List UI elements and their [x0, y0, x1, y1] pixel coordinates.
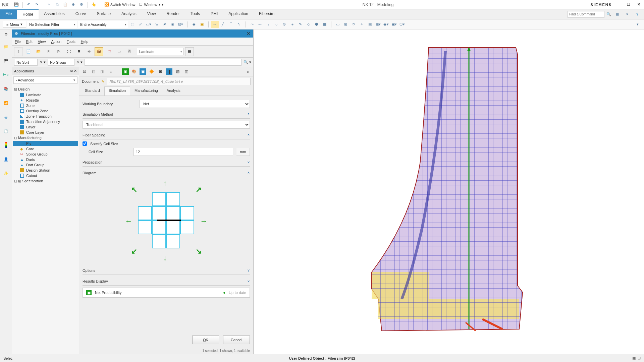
tb-icon[interactable]: ⎘	[44, 47, 53, 56]
working-boundary-select[interactable]: Net	[140, 100, 250, 108]
layout-icon[interactable]: ▦	[614, 11, 621, 18]
3d-viewport[interactable]	[254, 29, 644, 354]
tool-icon[interactable]: ◆	[190, 21, 198, 28]
tab-manufacturing[interactable]: Manufacturing	[130, 86, 162, 96]
tree-item-designstn[interactable]: Design Station	[13, 168, 78, 173]
nav-icon[interactable]: 👤	[2, 155, 10, 163]
ribbon-tab-curve[interactable]: Curve	[70, 9, 92, 19]
sort-combo[interactable]: No Sort	[14, 59, 38, 66]
edit-icon[interactable]: ✎ ▾	[76, 60, 83, 64]
curve-icon[interactable]: ∿	[235, 21, 243, 28]
ribbon-tab-application[interactable]: Application	[223, 9, 254, 19]
open-icon[interactable]: 📂	[34, 47, 43, 56]
tool-icon[interactable]: ↘	[153, 21, 160, 28]
tool-icon[interactable]: ▭	[334, 21, 341, 28]
tb-icon[interactable]: ▦	[185, 47, 194, 56]
menu-action[interactable]: Action	[51, 40, 61, 44]
cube-icon[interactable]: ▣	[198, 21, 206, 28]
tb-icon[interactable]: 🔶	[148, 68, 155, 75]
tab-analysis[interactable]: Analysis	[162, 86, 185, 96]
circle-icon[interactable]: ○	[273, 21, 280, 28]
apps-mode-combo[interactable]: - Advanced	[13, 76, 77, 84]
delete-icon[interactable]: ✖	[74, 47, 83, 56]
ribbon-tab-surface[interactable]: Surface	[92, 9, 116, 19]
laminate-combo[interactable]: Laminate	[137, 48, 184, 55]
box-icon[interactable]: 📦	[95, 47, 103, 56]
switch-window-button[interactable]: 🔀 Switch Window	[102, 2, 138, 7]
check-icon[interactable]: ☑	[81, 68, 88, 75]
tree-item-zone[interactable]: Zone	[13, 103, 78, 108]
nav-icon[interactable]: ✨	[2, 169, 10, 177]
tool-icon[interactable]: ⬚	[129, 21, 136, 28]
nav-icon[interactable]: 📚	[2, 85, 10, 93]
tool-icon[interactable]: ⊡▾	[177, 21, 184, 28]
ribbon-tab-fibersim[interactable]: Fibersim	[254, 9, 280, 19]
tool-icon[interactable]: ✧	[358, 21, 366, 28]
tb-icon[interactable]: ⇱	[54, 47, 63, 56]
arc-icon[interactable]: ⌒	[227, 21, 235, 28]
close-button[interactable]: ✕	[635, 2, 642, 7]
tb-icon[interactable]: ▨	[174, 68, 181, 75]
nav-icon[interactable]: ◎	[2, 113, 10, 121]
search-icon[interactable]: 🔍	[606, 12, 611, 16]
tool-icon[interactable]: ⊹	[211, 21, 219, 28]
tb-icon[interactable]: ◧	[90, 68, 97, 75]
tb-icon[interactable]: ◫	[183, 68, 190, 75]
touch-icon[interactable]: 👆	[91, 1, 97, 8]
tree-item-transadj[interactable]: Transition Adjacency	[13, 119, 78, 124]
ribbon-tab-analysis[interactable]: Analysis	[116, 9, 142, 19]
menu-button[interactable]: ≡ Menu ▾	[3, 21, 26, 28]
tree-item-ply[interactable]: Ply	[13, 141, 78, 146]
status-icon[interactable]: ▦	[632, 356, 636, 360]
tb-icon[interactable]: ▭	[115, 47, 123, 56]
filter-input[interactable]	[85, 59, 241, 66]
gear-icon[interactable]: ⚙	[4, 32, 8, 37]
group-combo[interactable]: No Group	[48, 59, 74, 66]
help-icon[interactable]: ?	[634, 11, 641, 18]
ribbon-tab-file[interactable]: File	[0, 9, 17, 19]
nav-icon[interactable]: ⊢○	[2, 71, 10, 79]
menu-file[interactable]: File	[15, 40, 21, 44]
search-icon[interactable]: 🔍 ▾	[244, 60, 251, 64]
menu-edit[interactable]: Edit	[26, 40, 33, 44]
section-diagram[interactable]: Diagram∧	[83, 169, 250, 177]
nav-icon[interactable]: 📶	[2, 99, 10, 107]
tb-icon[interactable]: ▐	[166, 68, 172, 75]
tool-icon[interactable]: ⤢	[137, 21, 144, 28]
tool-icon[interactable]: ⊞	[342, 21, 350, 28]
tab-simulation[interactable]: Simulation	[104, 86, 130, 96]
menu-view[interactable]: View	[38, 40, 46, 44]
edit-icon[interactable]: ✎ ▾	[40, 60, 46, 64]
tree-item-core[interactable]: ◆Core	[13, 146, 78, 152]
cut-icon[interactable]: ✂	[46, 1, 53, 8]
close-icon[interactable]: ✕	[247, 31, 251, 36]
tool-icon[interactable]: ▣▾	[390, 21, 398, 28]
cancel-button[interactable]: Cancel	[223, 336, 250, 344]
fibersim-titlebar[interactable]: ⚙ Fibersim - modify Plies [ P042 ] ✕	[12, 29, 253, 38]
popout-icon[interactable]: ⧉	[70, 69, 73, 73]
tool-icon[interactable]: ◉▾	[382, 21, 390, 28]
restore-button[interactable]: ❐	[625, 2, 632, 7]
undo-icon[interactable]: ↶	[25, 1, 32, 8]
window-dropdown[interactable]: ☐ Window ▾ ▾	[137, 2, 165, 7]
tool-icon[interactable]: ⬡▾	[398, 21, 406, 28]
settings-icon[interactable]: ⚙	[15, 32, 18, 36]
tab-standard[interactable]: Standard	[80, 86, 104, 96]
tree-design[interactable]: Design	[13, 86, 78, 92]
ribbon-tab-home[interactable]: Home	[17, 9, 39, 19]
tool-icon[interactable]: 〰	[257, 21, 264, 28]
tool-icon[interactable]: ↑	[265, 21, 272, 28]
box-outline-icon[interactable]: ⬚	[105, 47, 113, 56]
refresh-icon[interactable]: ↻	[350, 21, 358, 28]
nav-icon[interactable]	[2, 141, 10, 149]
tb-icon[interactable]: ◨	[99, 68, 105, 75]
tool-icon[interactable]: ▤	[366, 21, 374, 28]
grid-icon[interactable]: ▦	[321, 21, 328, 28]
db-icon[interactable]: 🗄	[125, 47, 133, 56]
more-icon[interactable]: »	[245, 68, 251, 75]
tool-icon[interactable]: ✎	[297, 21, 304, 28]
menu-help[interactable]: Help	[81, 40, 89, 44]
gear-icon[interactable]: ⚙	[78, 1, 85, 8]
tree-item-corelayer[interactable]: Core Layer	[13, 130, 78, 135]
nav-icon[interactable]: 📁	[2, 43, 10, 51]
